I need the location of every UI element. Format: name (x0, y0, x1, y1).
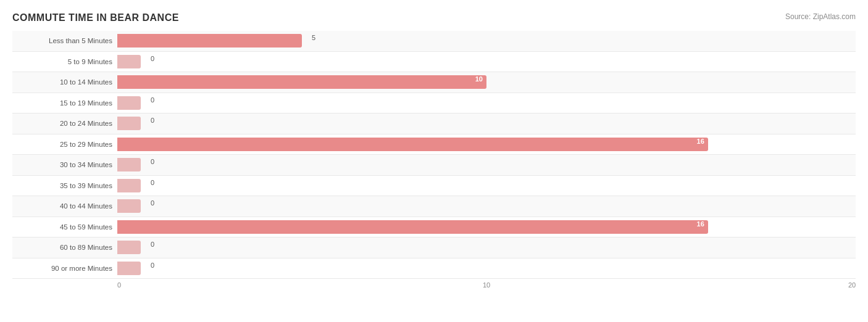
x-axis-label: 0 (117, 281, 121, 289)
chart-body: Less than 5 Minutes55 to 9 Minutes010 to… (12, 31, 856, 279)
bar-fill: 0 (117, 96, 141, 110)
bar-label: 90 or more Minutes (12, 265, 117, 272)
bar-value-label: 0 (151, 117, 154, 124)
bar-row: 10 to 14 Minutes10 (12, 72, 856, 93)
bar-value-label: 0 (151, 96, 154, 104)
bar-fill: 0 (117, 158, 141, 171)
bar-value-label: 0 (151, 199, 154, 207)
bar-label: 5 to 9 Minutes (12, 58, 117, 65)
bar-label: 35 to 39 Minutes (12, 182, 117, 189)
bar-label: 25 to 29 Minutes (12, 141, 117, 148)
bar-value-label: 16 (697, 220, 704, 228)
bar-label: Less than 5 Minutes (12, 37, 117, 44)
bar-row: 30 to 34 Minutes0 (12, 155, 856, 176)
bar-row: 60 to 89 Minutes0 (12, 237, 856, 258)
bar-row: 90 or more Minutes0 (12, 258, 856, 279)
bar-value-label: 0 (151, 241, 154, 248)
bar-area: 5 (117, 31, 856, 51)
bar-value-label: 0 (151, 179, 154, 186)
bar-label: 20 to 24 Minutes (12, 120, 117, 127)
bar-area: 0 (117, 237, 856, 258)
chart-source: Source: ZipAtlas.com (785, 12, 856, 21)
bar-area: 0 (117, 114, 856, 134)
bar-fill: 16 (117, 138, 708, 151)
bar-row: 45 to 59 Minutes16 (12, 217, 856, 238)
bar-area: 0 (117, 93, 856, 114)
bar-value-label: 0 (151, 262, 154, 269)
bar-area: 0 (117, 52, 856, 72)
bar-area: 10 (117, 72, 856, 93)
bar-label: 40 to 44 Minutes (12, 202, 117, 210)
bar-label: 30 to 34 Minutes (12, 161, 117, 168)
bar-value-label: 10 (475, 75, 483, 83)
chart-container: COMMUTE TIME IN BEAR DANCE Source: ZipAt… (0, 0, 868, 322)
chart-header: COMMUTE TIME IN BEAR DANCE Source: ZipAt… (12, 12, 856, 23)
bar-fill: 16 (117, 220, 708, 234)
bar-fill: 0 (117, 199, 141, 213)
bar-area: 0 (117, 196, 856, 217)
bar-label: 15 to 19 Minutes (12, 99, 117, 107)
bar-area: 0 (117, 258, 856, 279)
x-axis: 01020 (117, 281, 856, 294)
bar-fill: 0 (117, 117, 141, 130)
bar-value-label: 0 (151, 158, 154, 165)
bar-fill: 0 (117, 55, 141, 68)
bar-area: 16 (117, 134, 856, 155)
bar-fill: 0 (117, 179, 141, 192)
bar-fill: 5 (117, 34, 302, 47)
x-axis-label: 20 (848, 281, 856, 289)
bar-value-label: 16 (697, 138, 704, 145)
bar-value-label: 0 (151, 55, 154, 62)
bar-area: 0 (117, 176, 856, 196)
bar-row: 25 to 29 Minutes16 (12, 134, 856, 155)
bar-label: 10 to 14 Minutes (12, 78, 117, 86)
bar-value-label: 5 (312, 34, 315, 41)
x-axis-label: 10 (483, 281, 490, 289)
bar-row: 40 to 44 Minutes0 (12, 196, 856, 217)
bar-row: 15 to 19 Minutes0 (12, 93, 856, 114)
bar-row: Less than 5 Minutes5 (12, 31, 856, 52)
bar-fill: 10 (117, 75, 486, 89)
bar-fill: 0 (117, 262, 141, 275)
bar-area: 16 (117, 217, 856, 237)
chart-title: COMMUTE TIME IN BEAR DANCE (12, 12, 179, 23)
bar-row: 35 to 39 Minutes0 (12, 176, 856, 197)
bar-row: 5 to 9 Minutes0 (12, 52, 856, 73)
bar-row: 20 to 24 Minutes0 (12, 114, 856, 134)
bar-area: 0 (117, 155, 856, 175)
bar-label: 60 to 89 Minutes (12, 244, 117, 251)
bar-fill: 0 (117, 241, 141, 254)
bar-label: 45 to 59 Minutes (12, 223, 117, 231)
